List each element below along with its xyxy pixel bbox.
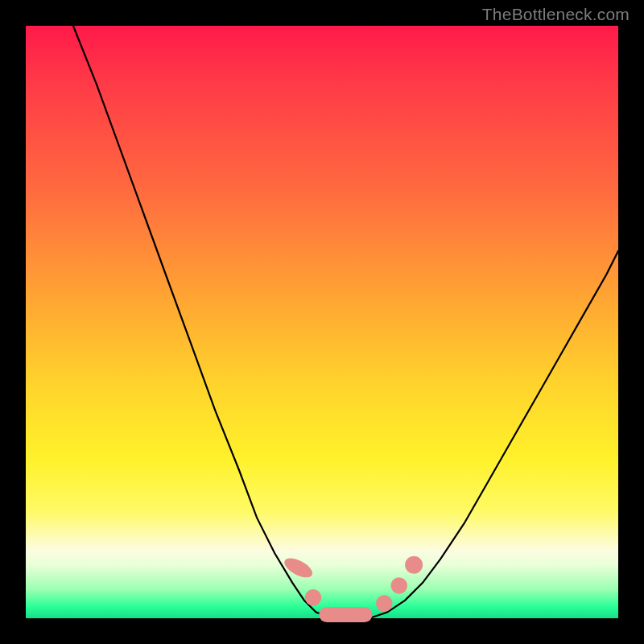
curve-marker [282,555,316,582]
outer-frame: TheBottleneck.com [0,0,644,644]
plot-area [26,26,618,618]
curve-marker [405,556,423,574]
chart-svg [26,26,618,618]
curve-group [73,26,618,618]
curve-marker [305,589,322,606]
curve-marker [376,595,393,612]
curve-marker [319,607,372,622]
bottleneck-curve [73,26,618,618]
curve-marker [390,577,407,594]
watermark-text: TheBottleneck.com [482,5,630,24]
marker-group [282,555,423,623]
